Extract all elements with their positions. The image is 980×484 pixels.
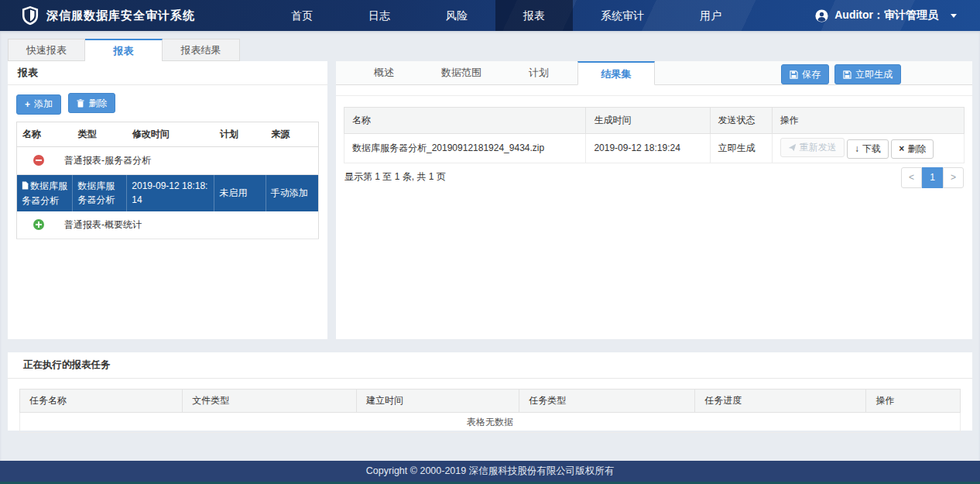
result-set-table: 名称 生成时间 发送状态 操作 数据库服务器分析_20190912181924_… [344,107,965,163]
collapse-icon[interactable] [33,155,44,166]
paper-plane-icon [788,143,797,152]
nav-item-risk[interactable]: 风险 [418,0,495,31]
table-summary: 显示第 1 至 1 条, 共 1 页 [344,170,446,184]
report-detail-panel: 保存 立即生成 概述 数据范围 计划 结果集 [336,61,972,339]
col-task-name: 任务名称 [20,390,183,413]
col-actions: 操作 [772,108,964,134]
col-task-progress: 任务进度 [695,390,866,413]
tab-data-scope[interactable]: 数据范围 [423,61,500,84]
add-report-button[interactable]: + 添加 [16,94,61,115]
col-actions: 操作 [866,390,961,413]
user-avatar-icon [815,9,828,22]
pagination: < 1 > [901,167,964,188]
group-label: 普通报表-概要统计 [64,218,142,232]
report-group-row[interactable]: 普通报表-服务器分析 [17,146,319,174]
result-table-header: 名称 生成时间 发送状态 操作 [344,108,965,134]
col-name: 名称 [17,122,73,146]
report-row-selected[interactable]: 数据库服务器分析 数据库服务器分析 2019-09-12 18:18:14 未启… [17,174,319,211]
save-icon [790,70,798,79]
col-plan: 计划 [214,122,266,146]
tab-quick-report[interactable]: 快速报表 [8,39,85,61]
running-tasks-title: 正在执行的报表任务 [8,352,972,379]
brand: 深信服数据库安全审计系统 [0,5,195,26]
running-tasks-table: 任务名称 文件类型 建立时间 任务类型 任务进度 操作 表格无数据 [19,389,961,433]
col-name: 名称 [344,108,586,134]
tab-report-results[interactable]: 报表结果 [163,39,240,61]
tab-result-set[interactable]: 结果集 [577,61,655,85]
user-menu[interactable]: Auditor：审计管理员 [815,9,957,22]
col-modified: 修改时间 [127,122,214,146]
nav-item-system-audit[interactable]: 系统审计 [573,0,672,31]
report-table-header: 名称 类型 修改时间 计划 来源 [17,122,319,146]
page-prev-button[interactable]: < [901,167,922,188]
plus-icon: + [25,100,30,109]
resend-button: 重新发送 [780,138,845,157]
col-generated-time: 生成时间 [586,108,710,134]
page-tabs: 快速报表 报表 报表结果 [8,39,972,61]
tasks-table-header: 任务名称 文件类型 建立时间 任务类型 任务进度 操作 [20,390,961,413]
delete-result-button[interactable]: × 删除 [891,139,934,159]
trash-icon [77,99,84,108]
save-button[interactable]: 保存 [781,64,829,84]
expand-icon[interactable] [33,219,44,230]
report-list-table: 名称 类型 修改时间 计划 来源 普通报表-服务器分析 [16,122,319,239]
empty-row: 表格无数据 [20,413,961,433]
no-data-text: 表格无数据 [20,413,961,433]
nav-item-logs[interactable]: 日志 [341,0,418,31]
page-next-button[interactable]: > [943,167,964,188]
user-label: Auditor：审计管理员 [834,9,938,22]
main-nav: 首页 日志 风险 报表 系统审计 用户 [263,0,749,31]
detail-toolbar-divider [336,85,972,96]
running-tasks-panel: 正在执行的报表任务 任务名称 文件类型 建立时间 任务类型 任务进度 操作 表格… [8,352,972,431]
col-created-time: 建立时间 [356,390,519,413]
col-send-status: 发送状态 [710,108,772,134]
tab-schedule[interactable]: 计划 [500,61,577,84]
page-number-button[interactable]: 1 [922,167,943,188]
nav-item-users[interactable]: 用户 [672,0,749,31]
report-list-title: 报表 [8,61,327,85]
delete-report-button[interactable]: 删除 [68,93,115,113]
download-button[interactable]: ↓ 下载 [847,139,889,159]
report-group-row[interactable]: 普通报表-概要统计 [17,211,319,239]
main-content: 快速报表 报表 报表结果 报表 + 添加 [0,31,980,461]
result-send-status: 立即生成 [710,134,772,163]
app-title: 深信服数据库安全审计系统 [46,9,195,23]
report-list-panel: 报表 + 添加 [8,61,327,339]
tab-overview[interactable]: 概述 [345,61,423,84]
col-task-type: 任务类型 [519,390,695,413]
save-icon [843,70,852,79]
result-generated-time: 2019-09-12 18:19:24 [586,134,710,163]
footer: Copyright © 2000-2019 深信服科技股份有限公司版权所有 [0,461,980,484]
col-file-type: 文件类型 [183,390,357,413]
col-source: 来源 [266,122,318,146]
group-label: 普通报表-服务器分析 [64,154,151,167]
copyright-text: Copyright © 2000-2019 深信服科技股份有限公司版权所有 [366,465,614,476]
result-row: 数据库服务器分析_20190912181924_9434.zip 2019-09… [344,134,965,163]
download-icon: ↓ [855,144,859,153]
detail-actions: 保存 立即生成 [781,64,901,84]
result-file-name: 数据库服务器分析_20190912181924_9434.zip [344,134,586,163]
generate-now-button[interactable]: 立即生成 [834,64,901,84]
tab-report[interactable]: 报表 [85,39,163,61]
col-type: 类型 [73,122,127,146]
chevron-down-icon [951,14,957,18]
nav-item-reports[interactable]: 报表 [495,0,573,31]
nav-item-home[interactable]: 首页 [263,0,341,31]
report-list-toolbar: + 添加 删除 [16,93,319,115]
top-navbar: 深信服数据库安全审计系统 首页 日志 风险 报表 系统审计 用户 Auditor… [0,0,980,31]
shield-logo-icon [22,5,39,26]
close-icon: × [899,144,904,153]
file-icon [22,180,29,194]
